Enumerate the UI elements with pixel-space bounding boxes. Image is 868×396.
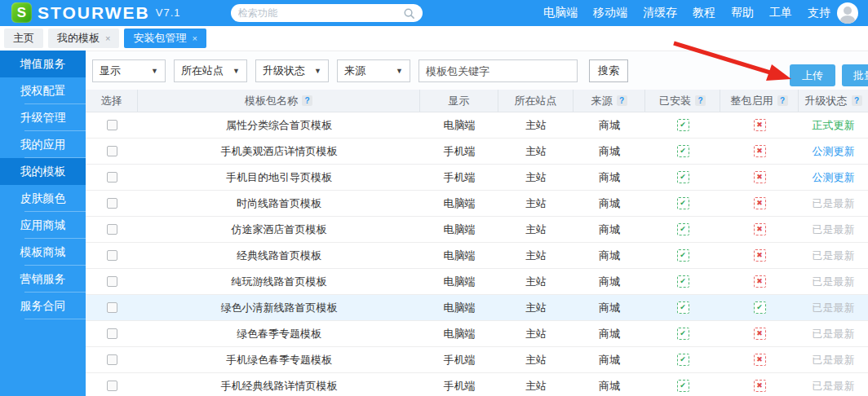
top-nav-link[interactable]: 教程 [693, 6, 715, 20]
avatar[interactable] [837, 2, 858, 24]
upgrade-status[interactable]: 已是最新 [799, 249, 868, 263]
package-name: 绿色小清新线路首页模板 [138, 301, 420, 315]
tab[interactable]: 我的模板 × [48, 29, 119, 48]
row-checkbox[interactable] [107, 198, 117, 209]
sidebar-item[interactable]: 增值服务 [0, 51, 86, 77]
whole-package-enabled-icon[interactable] [754, 197, 766, 209]
whole-package-enabled-icon[interactable] [754, 354, 766, 366]
installed-icon[interactable] [677, 380, 689, 392]
whole-package-enabled-icon[interactable] [754, 171, 766, 183]
row-checkbox[interactable] [107, 302, 117, 313]
whole-package-enabled-icon[interactable] [754, 145, 766, 157]
row-checkbox[interactable] [107, 381, 117, 391]
whole-package-enabled-icon[interactable] [754, 380, 766, 392]
installed-icon[interactable] [677, 197, 689, 209]
row-checkbox[interactable] [107, 120, 117, 130]
installed-icon[interactable] [677, 145, 689, 157]
chevron-down-icon: ▼ [314, 67, 321, 75]
installed-icon[interactable] [677, 275, 689, 288]
installed-icon[interactable] [677, 328, 689, 340]
row-checkbox[interactable] [107, 250, 117, 261]
package-name: 手机目的地引导页模板 [138, 170, 420, 185]
row-checkbox[interactable] [107, 354, 117, 365]
top-nav-link[interactable]: 支持 [808, 6, 830, 20]
installed-icon[interactable] [677, 301, 689, 314]
whole-package-enabled-icon[interactable] [754, 275, 766, 288]
whole-package-enabled-icon[interactable] [754, 301, 766, 314]
row-checkbox[interactable] [107, 328, 117, 339]
filter-dropdown[interactable]: 显示 ▼ [92, 59, 166, 82]
installed-icon[interactable] [677, 223, 689, 235]
help-icon[interactable]: ? [852, 95, 862, 106]
package-name: 时尚线路首页模板 [138, 196, 420, 211]
display-type: 手机端 [420, 353, 498, 367]
package-name: 属性分类综合首页模板 [138, 118, 420, 133]
installed-icon[interactable] [677, 354, 689, 366]
whole-package-enabled-icon[interactable] [754, 223, 766, 235]
row-checkbox[interactable] [107, 276, 117, 287]
upgrade-status[interactable]: 公测更新 [799, 144, 868, 159]
source: 商城 [574, 170, 645, 185]
row-checkbox[interactable] [107, 224, 117, 235]
batch-upload-button[interactable]: 批量上传 [842, 64, 868, 86]
package-name: 手机美观酒店详情页模板 [138, 144, 420, 159]
source: 商城 [574, 196, 645, 211]
sidebar-item[interactable]: 我的模板 [0, 158, 86, 185]
sidebar: 增值服务授权配置升级管理我的应用我的模板皮肤颜色应用商城模板商城营销服务服务合同 [0, 51, 86, 396]
row-checkbox[interactable] [107, 146, 117, 156]
display-type: 电脑端 [420, 301, 498, 315]
filter-dropdown[interactable]: 来源 ▼ [337, 59, 410, 82]
tab-close-icon[interactable]: × [105, 33, 110, 43]
tab[interactable]: 主页 [4, 29, 43, 48]
whole-package-enabled-icon[interactable] [754, 328, 766, 340]
global-search-input[interactable] [238, 7, 403, 19]
top-nav-link[interactable]: 清缓存 [643, 6, 677, 20]
search-icon[interactable] [403, 7, 415, 20]
site: 主站 [498, 118, 574, 133]
upgrade-status[interactable]: 已是最新 [799, 327, 868, 341]
sidebar-item[interactable]: 营销服务 [0, 266, 86, 293]
table-header-cell: 升级状态 ? [799, 90, 868, 112]
help-icon[interactable]: ? [695, 95, 706, 106]
upgrade-status[interactable]: 已是最新 [799, 379, 868, 394]
filter-dropdown[interactable]: 升级状态 ▼ [255, 59, 329, 82]
tab-close-icon[interactable]: × [192, 33, 197, 43]
help-icon[interactable]: ? [302, 95, 312, 106]
top-nav-link[interactable]: 工单 [769, 6, 792, 20]
sidebar-item[interactable]: 皮肤颜色 [0, 185, 86, 212]
row-checkbox[interactable] [107, 172, 117, 183]
top-nav-link[interactable]: 电脑端 [543, 6, 578, 20]
top-nav-link[interactable]: 帮助 [731, 6, 754, 20]
sidebar-item[interactable]: 授权配置 [0, 77, 86, 104]
upgrade-status[interactable]: 已是最新 [799, 301, 868, 315]
search-button[interactable]: 搜索 [589, 59, 628, 82]
upgrade-status[interactable]: 已是最新 [799, 196, 868, 211]
global-search[interactable] [231, 4, 423, 22]
table-header-cell: 显示 [420, 90, 498, 112]
tab[interactable]: 安装包管理 × [124, 29, 206, 48]
display-type: 电脑端 [420, 222, 498, 237]
sidebar-item[interactable]: 应用商城 [0, 212, 86, 239]
sidebar-item[interactable]: 服务合同 [0, 293, 86, 319]
whole-package-enabled-icon[interactable] [754, 249, 766, 262]
sidebar-item[interactable]: 模板商城 [0, 239, 86, 266]
installed-icon[interactable] [677, 119, 689, 131]
top-nav-link[interactable]: 移动端 [593, 6, 627, 20]
upgrade-status[interactable]: 正式更新 [799, 118, 868, 133]
installed-icon[interactable] [677, 171, 689, 183]
upgrade-status[interactable]: 公测更新 [799, 170, 868, 185]
help-icon[interactable]: ? [777, 95, 788, 106]
sidebar-item[interactable]: 我的应用 [0, 131, 86, 158]
table-row: 手机绿色春季专题模板 手机端 主站 商城 已是最新 [86, 347, 868, 373]
help-icon[interactable]: ? [617, 95, 627, 106]
installed-icon[interactable] [677, 249, 689, 262]
keyword-input[interactable] [418, 59, 578, 82]
upgrade-status[interactable]: 已是最新 [799, 222, 868, 237]
upgrade-status[interactable]: 已是最新 [799, 353, 868, 367]
upload-button[interactable]: 上传 [790, 64, 835, 86]
package-table: 选择 模板包名称 ? 显示 所在站点 来源 ? 已安装 ? [86, 90, 868, 396]
sidebar-item[interactable]: 升级管理 [0, 104, 86, 131]
filter-dropdown[interactable]: 所在站点 ▼ [174, 59, 247, 82]
upgrade-status[interactable]: 已是最新 [799, 275, 868, 289]
whole-package-enabled-icon[interactable] [754, 119, 766, 131]
